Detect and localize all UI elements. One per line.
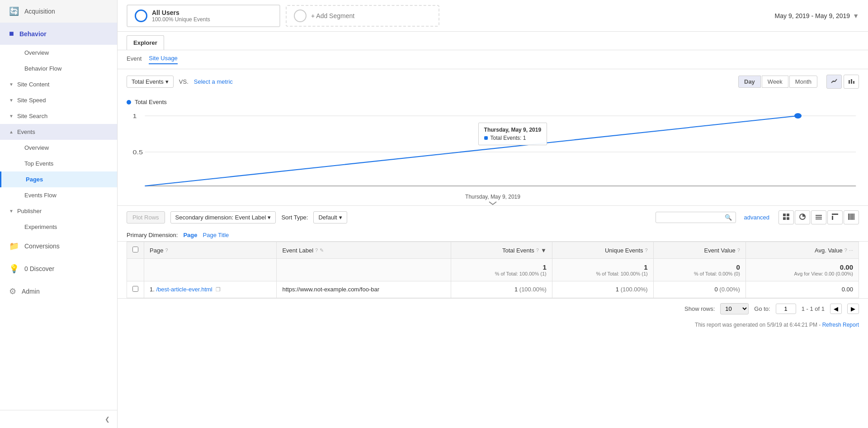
sidebar-item-events-flow[interactable]: Events Flow: [0, 187, 117, 203]
report-footer: This report was generated on 5/9/19 at 6…: [118, 319, 868, 333]
sidebar-item-discover[interactable]: 💡 0 Discover: [0, 257, 117, 280]
select-metric-link[interactable]: Select a metric: [194, 78, 233, 85]
pie-view-button[interactable]: [795, 210, 810, 224]
sort-dropdown[interactable]: Default: [313, 211, 347, 224]
date-range-picker[interactable]: May 9, 2019 - May 9, 2019 ▼: [775, 12, 859, 19]
refresh-report-link[interactable]: Refresh Report: [822, 322, 859, 328]
vs-label: VS.: [179, 78, 189, 85]
row1-total-events-cell: 1 (100.00%): [451, 281, 552, 298]
period-week-button[interactable]: Week: [762, 76, 788, 88]
svg-rect-2: [853, 81, 854, 84]
site-content-arrow: ▼: [9, 82, 14, 87]
search-box: 🔍: [656, 212, 736, 223]
prev-page-button[interactable]: ◀: [830, 304, 842, 314]
avg-value-help-icon[interactable]: ?: [844, 247, 847, 253]
sidebar-item-behavior[interactable]: ■ Behavior: [0, 23, 117, 45]
event-value-help-icon[interactable]: ?: [737, 247, 740, 253]
sidebar-collapse-button[interactable]: ❮: [0, 410, 117, 428]
sidebar-item-events[interactable]: ▲ Events: [0, 124, 117, 140]
svg-rect-19: [848, 214, 849, 220]
row1-event-value-cell: 0 (0.00%): [653, 281, 745, 298]
sidebar-item-publisher[interactable]: ▼ Publisher: [0, 203, 117, 219]
pivot-view-button[interactable]: [827, 210, 843, 224]
bar-chart-button[interactable]: [844, 75, 859, 89]
search-icon[interactable]: 🔍: [725, 214, 732, 221]
svg-rect-14: [816, 215, 822, 216]
metric-dropdown[interactable]: Total Events: [127, 76, 174, 88]
sidebar-events-overview-label: Overview: [24, 144, 49, 151]
explorer-tab[interactable]: Explorer: [127, 35, 164, 50]
dim-page-title-link[interactable]: Page Title: [203, 232, 229, 238]
page-help-icon[interactable]: ?: [165, 247, 168, 253]
sort-arrow: [339, 214, 342, 221]
chart-expand-button[interactable]: [127, 200, 859, 205]
event-label-help-icon[interactable]: ?: [315, 247, 318, 253]
sidebar-item-acquisition[interactable]: 🔄 Acquisition: [0, 0, 117, 23]
table-view-button[interactable]: [778, 210, 794, 224]
summary-avg-value-cell: 0.00 Avg for View: 0.00 (0.00%): [745, 259, 859, 281]
segment-bar: All Users 100.00% Unique Events + Add Se…: [118, 0, 868, 32]
period-buttons: Day Week Month: [738, 76, 817, 88]
comparison-view-button[interactable]: [811, 210, 826, 224]
advanced-link[interactable]: advanced: [744, 214, 769, 221]
sidebar-item-site-search[interactable]: ▼ Site Search: [0, 108, 117, 124]
sidebar-item-overview[interactable]: Overview: [0, 45, 117, 61]
chart-type-buttons: [826, 75, 859, 89]
row1-copy-icon[interactable]: ❐: [216, 286, 221, 293]
page-info: 1 - 1 of 1: [802, 305, 825, 312]
next-page-button[interactable]: ▶: [847, 304, 859, 314]
events-arrow: ▲: [9, 129, 14, 134]
sidebar-item-behavior-flow[interactable]: Behavior Flow: [0, 61, 117, 76]
search-input[interactable]: [660, 214, 723, 221]
svg-rect-16: [816, 219, 822, 219]
sub-tab-site-usage[interactable]: Site Usage: [149, 55, 178, 64]
secondary-dim-label: Secondary dimension: Event Label: [175, 214, 266, 221]
plot-rows-button[interactable]: Plot Rows: [127, 211, 165, 224]
sidebar-item-admin[interactable]: ⚙ Admin: [0, 280, 117, 303]
dim-page-link[interactable]: Page: [183, 232, 197, 238]
select-all-checkbox[interactable]: [132, 247, 138, 252]
rows-per-page-select[interactable]: 10 25 50 100 500 1000 2500 5000: [720, 303, 749, 314]
secondary-dim-dropdown[interactable]: Secondary dimension: Event Label: [170, 211, 276, 224]
unique-events-help-icon[interactable]: ?: [645, 247, 648, 253]
table-row: 1. /best-article-ever.html ❐ https://www…: [127, 281, 859, 298]
sidebar-item-site-speed[interactable]: ▼ Site Speed: [0, 92, 117, 108]
sidebar-item-experiments[interactable]: Experiments: [0, 219, 117, 235]
legend-label: Total Events: [135, 99, 167, 105]
event-label-edit-icon[interactable]: ✎: [320, 247, 324, 253]
line-chart-button[interactable]: [826, 75, 842, 89]
summary-checkbox-cell: [127, 259, 144, 281]
sidebar-item-site-content[interactable]: ▼ Site Content: [0, 76, 117, 92]
table-footer: Show rows: 10 25 50 100 500 1000 2500 50…: [118, 298, 868, 319]
sidebar-admin-label: Admin: [22, 288, 40, 295]
sidebar-top-events-label: Top Events: [24, 160, 53, 167]
svg-rect-20: [849, 214, 850, 220]
sidebar-events-label: Events: [17, 128, 35, 135]
summary-row: 1 % of Total: 100.00% (1) 1 % of Total: …: [127, 259, 859, 281]
sidebar-item-conversions[interactable]: 📁 Conversions: [0, 235, 117, 257]
sparkline-view-button[interactable]: [844, 210, 859, 224]
sidebar-item-pages[interactable]: Pages: [0, 171, 117, 187]
sidebar-site-search-label: Site Search: [17, 113, 47, 119]
row1-checkbox[interactable]: [132, 286, 138, 292]
total-events-help-icon[interactable]: ?: [536, 247, 539, 253]
metric-label: Total Events: [132, 78, 164, 85]
sidebar-item-top-events[interactable]: Top Events: [0, 156, 117, 171]
col-total-events-header: Total Events ? ▼: [451, 242, 552, 259]
row1-page-link[interactable]: /best-article-ever.html: [156, 286, 212, 293]
chart-svg: 1 0.5: [127, 109, 859, 190]
period-month-button[interactable]: Month: [789, 76, 817, 88]
col-unique-events-header: Unique Events ?: [552, 242, 653, 259]
segment-circle: [135, 10, 147, 22]
all-users-segment[interactable]: All Users 100.00% Unique Events: [127, 5, 280, 27]
goto-input[interactable]: [776, 304, 796, 314]
admin-icon: ⚙: [9, 286, 16, 296]
period-day-button[interactable]: Day: [738, 76, 761, 88]
sub-tab-event[interactable]: Event: [127, 55, 142, 64]
sidebar-item-events-overview[interactable]: Overview: [0, 140, 117, 156]
add-segment-pill[interactable]: + Add Segment: [286, 5, 439, 27]
svg-rect-22: [852, 214, 853, 220]
sidebar-conversions-label: Conversions: [24, 243, 60, 250]
summary-event-label-cell: [277, 259, 451, 281]
svg-rect-9: [783, 214, 786, 216]
